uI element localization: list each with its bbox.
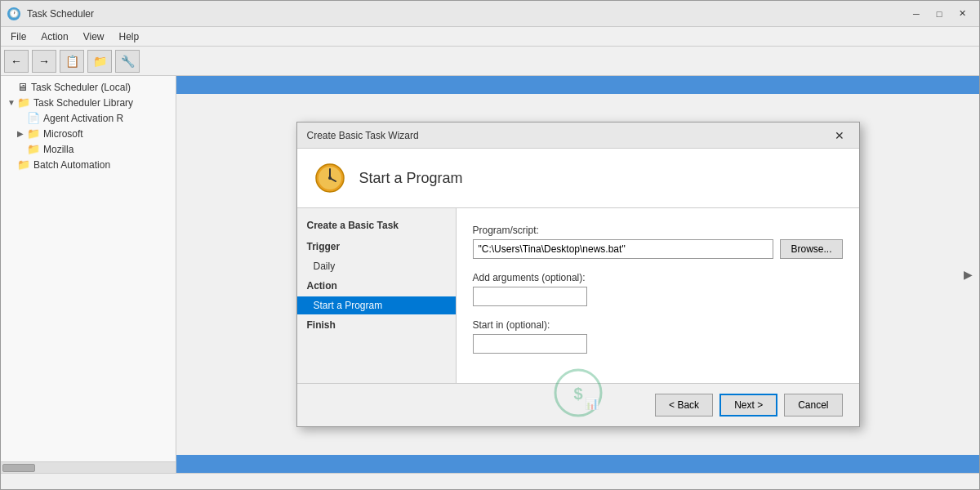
menu-bar: File Action View Help [1, 27, 979, 47]
modal-footer: $ 📊 < Back Next > Cancel [297, 383, 859, 426]
modal-dialog: Create Basic Task Wizard ✕ [296, 122, 860, 427]
modal-close-button[interactable]: ✕ [830, 126, 849, 145]
add-arguments-group: Add arguments (optional): [473, 272, 843, 306]
modal-body: Create a Basic Task Trigger Daily Action… [297, 208, 859, 383]
nav-section-trigger: Trigger [297, 236, 456, 257]
folder-toolbar-button[interactable]: 📁 [87, 50, 112, 73]
modal-header-title: Start a Program [359, 170, 463, 187]
modal-nav: Create a Basic Task Trigger Daily Action… [297, 208, 457, 383]
wizard-svg-icon [314, 163, 345, 194]
settings-toolbar-button[interactable]: 🔧 [115, 50, 140, 73]
tree-label-microsoft: Microsoft [43, 128, 83, 140]
folder-icon-library: 📁 [17, 96, 30, 109]
next-button[interactable]: Next > [719, 394, 777, 416]
app-title: Task Scheduler [27, 8, 899, 20]
scroll-thumb[interactable] [2, 464, 35, 472]
tree-label-agent: Agent Activation R [43, 113, 123, 124]
title-bar: 🕐 Task Scheduler ─ □ ✕ [1, 1, 979, 27]
start-in-group: Start in (optional): [473, 319, 843, 354]
nav-section-finish: Finish [297, 314, 456, 336]
right-panel: ▶ Create Basic Task Wizard ✕ [176, 76, 979, 473]
svg-text:$: $ [573, 385, 582, 403]
svg-point-4 [328, 176, 332, 180]
maximize-button[interactable]: □ [929, 6, 950, 22]
svg-text:📊: 📊 [584, 397, 599, 411]
add-arguments-input[interactable] [473, 287, 587, 306]
cancel-button[interactable]: Cancel [784, 394, 842, 416]
doc-icon-agent: 📄 [27, 112, 40, 124]
browse-button[interactable]: Browse... [780, 239, 842, 259]
nav-item-start-program[interactable]: Start a Program [297, 296, 456, 314]
modal-overlay: Create Basic Task Wizard ✕ [176, 76, 979, 473]
status-bar [1, 473, 979, 489]
tree-item-batch[interactable]: 📁 Batch Automation [1, 157, 176, 172]
toolbar: ← → 📋 📁 🔧 [1, 47, 979, 76]
tree-expander-microsoft: ▶ [17, 129, 27, 138]
add-arguments-row [473, 287, 843, 306]
main-window: 🕐 Task Scheduler ─ □ ✕ File Action View … [0, 0, 980, 490]
nav-section-create: Create a Basic Task [297, 215, 456, 236]
modal-title-bar: Create Basic Task Wizard ✕ [297, 122, 859, 149]
start-in-input[interactable] [473, 334, 587, 354]
forward-toolbar-button[interactable]: → [32, 50, 56, 73]
left-scrollbar[interactable] [1, 461, 176, 473]
wizard-icon [314, 162, 346, 194]
menu-action[interactable]: Action [34, 29, 74, 44]
computer-icon: 🖥 [17, 81, 28, 93]
tree-area: 🖥 Task Scheduler (Local) ▼ 📁 Task Schedu… [1, 76, 176, 461]
tree-label: Task Scheduler (Local) [31, 82, 131, 93]
tree-item-microsoft[interactable]: ▶ 📁 Microsoft [1, 126, 176, 141]
add-arguments-label: Add arguments (optional): [473, 272, 843, 283]
tree-item-agent[interactable]: 📄 Agent Activation R [1, 110, 176, 126]
window-controls: ─ □ ✕ [906, 6, 973, 22]
program-script-input[interactable] [473, 239, 774, 259]
start-in-label: Start in (optional): [473, 319, 843, 331]
tree-item-local[interactable]: 🖥 Task Scheduler (Local) [1, 79, 176, 95]
tree-label-batch: Batch Automation [33, 159, 110, 171]
folder-icon-mozilla: 📁 [27, 143, 40, 155]
minimize-button[interactable]: ─ [906, 6, 927, 22]
clipboard-toolbar-button[interactable]: 📋 [60, 50, 84, 73]
program-script-row: Browse... [473, 239, 843, 259]
folder-icon-microsoft: 📁 [27, 127, 40, 140]
tree-item-mozilla[interactable]: 📁 Mozilla [1, 141, 176, 157]
left-panel: 🖥 Task Scheduler (Local) ▼ 📁 Task Schedu… [1, 76, 176, 473]
start-in-row [473, 334, 843, 354]
menu-file[interactable]: File [4, 29, 33, 44]
program-script-label: Program/script: [473, 225, 843, 236]
close-button[interactable]: ✕ [951, 6, 973, 22]
folder-icon-batch: 📁 [17, 158, 30, 171]
tree-label-library: Task Scheduler Library [33, 97, 133, 109]
tree-label-mozilla: Mozilla [43, 144, 74, 155]
nav-item-daily[interactable]: Daily [297, 257, 456, 275]
menu-view[interactable]: View [77, 29, 111, 44]
back-button[interactable]: < Back [655, 394, 713, 416]
nav-section-action: Action [297, 275, 456, 296]
tree-item-library[interactable]: ▼ 📁 Task Scheduler Library [1, 95, 176, 110]
watermark-icon: $ 📊 [554, 368, 603, 417]
modal-content: Program/script: Browse... Add arguments … [457, 208, 859, 383]
back-toolbar-button[interactable]: ← [4, 50, 29, 73]
content-area: 🖥 Task Scheduler (Local) ▼ 📁 Task Schedu… [1, 76, 979, 473]
watermark-area: $ 📊 [554, 368, 603, 420]
app-icon: 🕐 [7, 7, 20, 20]
modal-header: Start a Program [297, 149, 859, 208]
modal-title: Create Basic Task Wizard [307, 130, 830, 141]
menu-help[interactable]: Help [113, 29, 146, 44]
program-script-group: Program/script: Browse... [473, 225, 843, 259]
tree-expander-library: ▼ [7, 98, 17, 107]
